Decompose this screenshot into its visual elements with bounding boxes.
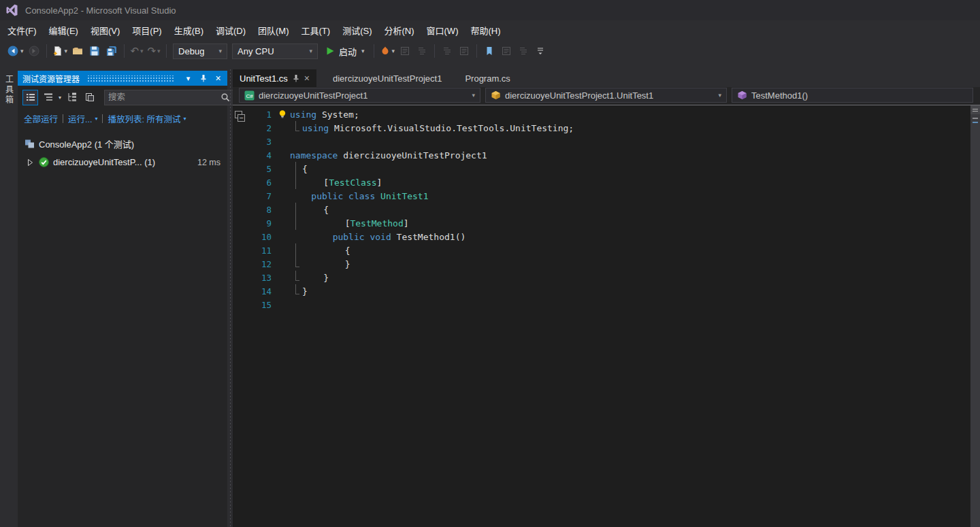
- code-editor[interactable]: 1−using System;2using Microsoft.VisualSt…: [233, 105, 980, 527]
- next-bookmark-button[interactable]: [515, 43, 532, 59]
- chevron-down-icon: ▾: [20, 48, 24, 54]
- expander-icon[interactable]: [26, 158, 35, 167]
- chevron-down-icon: ▾: [713, 92, 721, 99]
- test-tree-item-result[interactable]: diercizuoyeUnitTestP... (1)12 ms: [18, 153, 227, 171]
- quick-actions-lightbulb-icon[interactable]: [275, 109, 290, 119]
- show-diagnostics-button[interactable]: [414, 43, 430, 59]
- project-dropdown-value: diercizuoyeUnitTestProject1: [259, 90, 368, 101]
- save-all-button[interactable]: [103, 43, 120, 59]
- toggle-bookmark-button[interactable]: [481, 43, 497, 59]
- save-button[interactable]: [86, 43, 103, 59]
- code-line-11[interactable]: 11 {: [233, 243, 970, 257]
- editor-split-handle[interactable]: [970, 105, 980, 114]
- chevron-down-icon: ▾: [466, 92, 475, 99]
- menu-item-build[interactable]: 生成(B): [168, 20, 210, 40]
- close-icon[interactable]: ×: [304, 74, 310, 82]
- member-dropdown[interactable]: TestMethod1(): [732, 88, 973, 103]
- code-line-6[interactable]: 6 [TestClass]: [233, 175, 970, 189]
- code-line-10[interactable]: 10− public void TestMethod1(): [233, 230, 970, 243]
- toolbar-options-button[interactable]: [532, 43, 549, 59]
- navigate-forward-icon: [28, 45, 40, 57]
- outline-margin: [290, 257, 302, 271]
- decrease-indent-button[interactable]: [439, 43, 455, 59]
- outline-margin: [290, 175, 302, 189]
- search-box[interactable]: ▾: [104, 90, 241, 105]
- code-line-8[interactable]: 8 {: [233, 203, 970, 216]
- run-all-link[interactable]: 全部运行: [24, 112, 58, 125]
- undo-button[interactable]: ↶▾: [129, 43, 145, 59]
- editor-scrollbar[interactable]: [970, 105, 980, 527]
- code-line-2[interactable]: 2using Microsoft.VisualStudio.TestTools.…: [233, 121, 970, 135]
- code-line-3[interactable]: 3: [233, 135, 970, 148]
- navigate-forward-button[interactable]: [26, 43, 42, 59]
- menu-item-help[interactable]: 帮助(H): [464, 20, 506, 40]
- menu-item-test[interactable]: 测试(S): [336, 20, 378, 40]
- new-file-button[interactable]: ▾: [51, 43, 69, 59]
- tab-label: Program.cs: [465, 73, 510, 84]
- solution-platforms-combo[interactable]: Any CPU▾: [232, 44, 318, 59]
- code-line-14[interactable]: 14}: [233, 284, 970, 298]
- open-file-button[interactable]: [69, 43, 86, 59]
- panel-splitter[interactable]: [227, 69, 233, 527]
- menu-item-file[interactable]: 文件(F): [1, 20, 43, 40]
- line-number: 8: [233, 205, 275, 215]
- pin-icon[interactable]: [197, 73, 209, 84]
- solution-platforms-value: Any CPU: [238, 46, 274, 56]
- type-dropdown[interactable]: diercizuoyeUnitTestProject1.UnitTest1 ▾: [485, 88, 727, 103]
- previous-bookmark-button[interactable]: [498, 43, 514, 59]
- document-tab-2[interactable]: Program.cs: [458, 69, 517, 87]
- increase-indent-button[interactable]: [456, 43, 472, 59]
- playlist-link[interactable]: 播放列表: 所有测试: [108, 112, 180, 125]
- menu-item-window-menu[interactable]: 窗口(W): [421, 20, 465, 40]
- group-by-menu-button[interactable]: [40, 90, 56, 105]
- close-icon[interactable]: ×: [212, 73, 224, 84]
- start-debugging-button[interactable]: 启动▾: [321, 43, 370, 59]
- document-tab-1[interactable]: diercizuoyeUnitTestProject1: [326, 69, 448, 87]
- open-as-window-button[interactable]: [82, 90, 97, 105]
- test-explorer-header[interactable]: 测试资源管理器 ▾ ×: [18, 71, 227, 86]
- code-text: using Microsoft.VisualStudio.TestTools.U…: [302, 123, 574, 133]
- menu-item-tools[interactable]: 工具(T): [295, 20, 337, 40]
- project-dropdown[interactable]: C# diercizuoyeUnitTestProject1 ▾: [239, 88, 480, 103]
- menu-item-debug[interactable]: 调试(D): [210, 20, 252, 40]
- line-number: 12: [233, 259, 275, 269]
- window-position-chevron-icon[interactable]: ▾: [182, 73, 194, 84]
- pin-icon[interactable]: [292, 74, 300, 82]
- chevron-down-icon[interactable]: ▾: [59, 95, 61, 101]
- editor-zone: UnitTest1.cs×diercizuoyeUnitTestProject1…: [233, 69, 980, 527]
- chevron-down-icon[interactable]: ▾: [95, 116, 97, 122]
- code-line-12[interactable]: 12 }: [233, 257, 970, 271]
- code-line-7[interactable]: 7− public class UnitTest1: [233, 189, 970, 203]
- navigate-backward-button[interactable]: ▾: [5, 43, 25, 59]
- document-tab-bar: UnitTest1.cs×diercizuoyeUnitTestProject1…: [233, 69, 980, 87]
- filter-hierarchy-button[interactable]: [64, 90, 80, 105]
- run-link[interactable]: 运行...: [68, 112, 92, 125]
- line-number: 14: [233, 286, 275, 296]
- menu-item-edit[interactable]: 编辑(E): [43, 20, 84, 40]
- performance-profiler-button[interactable]: ▾: [378, 43, 397, 59]
- code-line-4[interactable]: 4−namespace diercizuoyeUnitTestProject1: [233, 148, 970, 162]
- code-line-1[interactable]: 1−using System;: [233, 107, 970, 121]
- menu-item-project[interactable]: 项目(P): [126, 20, 167, 40]
- fold-region[interactable]: −: [235, 111, 242, 118]
- toolbox-tab[interactable]: 工具箱: [3, 73, 15, 107]
- document-tab-0[interactable]: UnitTest1.cs×: [233, 69, 316, 87]
- chevron-down-icon[interactable]: ▾: [183, 116, 186, 122]
- menu-item-view[interactable]: 视图(V): [84, 20, 126, 40]
- menu-item-team[interactable]: 团队(M): [252, 20, 295, 40]
- menu-item-analyze[interactable]: 分析(N): [378, 20, 420, 40]
- group-by-button[interactable]: [22, 90, 38, 105]
- title-bar[interactable]: ConsoleApp2 - Microsoft Visual Studio: [0, 0, 980, 20]
- code-line-15[interactable]: 15: [233, 298, 970, 311]
- code-line-13[interactable]: 13 }: [233, 271, 970, 284]
- test-tree-item-suite[interactable]: ConsoleApp2 (1 个测试): [18, 135, 227, 153]
- code-text: }: [302, 259, 350, 269]
- show-call-hierarchy-button[interactable]: [397, 43, 413, 59]
- search-input[interactable]: [108, 92, 218, 102]
- code-line-5[interactable]: 5{: [233, 162, 970, 175]
- code-line-9[interactable]: 9 [TestMethod]: [233, 216, 970, 230]
- collapse-box-icon[interactable]: −: [238, 114, 245, 122]
- solution-configurations-combo[interactable]: Debug▾: [173, 44, 227, 59]
- visual-studio-logo-icon: [5, 3, 19, 17]
- redo-button[interactable]: ↷▾: [146, 43, 162, 59]
